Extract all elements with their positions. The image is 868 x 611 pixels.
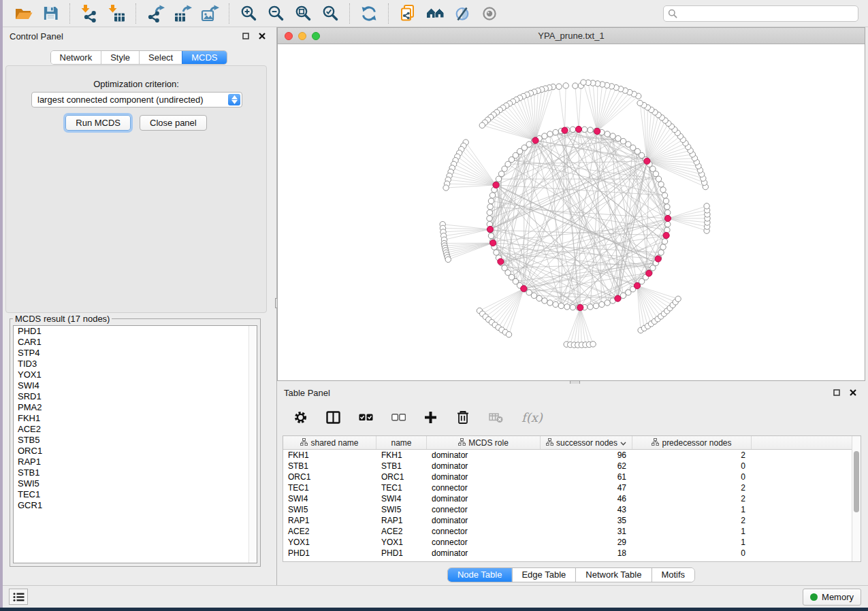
memory-label: Memory [822, 592, 854, 602]
table-row[interactable]: PHD1PHD1dominator180 [283, 548, 861, 559]
mcds-result-item[interactable]: PHD1 [14, 326, 257, 337]
mcds-list-scrollbar[interactable] [248, 326, 257, 563]
tab-node-table[interactable]: Node Table [448, 568, 512, 582]
table-row[interactable]: YOX1YOX1connector291 [283, 537, 861, 548]
mcds-result-item[interactable]: TID3 [14, 359, 257, 369]
mcds-result-item[interactable]: CAR1 [14, 337, 257, 348]
mcds-result-item[interactable]: SWI4 [14, 380, 257, 391]
toolbar-separator [135, 3, 136, 24]
table-toolbar: f(x) [277, 401, 543, 433]
column-header-filler [752, 436, 861, 449]
tab-network-table[interactable]: Network Table [575, 568, 651, 582]
tab-network[interactable]: Network [50, 51, 101, 64]
zoom-out-button[interactable] [266, 3, 286, 24]
delete-column-icon[interactable] [455, 410, 470, 425]
memory-button[interactable]: Memory [803, 589, 861, 606]
table-row[interactable]: STB1STB1dominator620 [283, 461, 861, 472]
column-header-successor-nodes[interactable]: successor nodes [541, 436, 632, 449]
export-image-icon [201, 5, 219, 22]
close-panel-icon[interactable] [257, 31, 268, 42]
zoom-fit-button[interactable] [293, 3, 313, 24]
network-view-window: YPA_prune.txt_1 [277, 27, 865, 381]
import-table-button[interactable] [106, 3, 127, 24]
export-image-button[interactable] [199, 3, 220, 24]
float-panel-icon[interactable] [240, 31, 251, 42]
houses-icon [426, 5, 445, 22]
mcds-result-item[interactable]: SWI5 [14, 478, 257, 489]
network-window-title: YPA_prune.txt_1 [278, 31, 865, 41]
table-scrollbar-thumb[interactable] [854, 451, 859, 512]
mcds-result-item[interactable]: YOX1 [14, 369, 257, 380]
clear-checkboxes-icon[interactable] [391, 414, 406, 421]
mcds-result-item[interactable]: TEC1 [14, 489, 257, 500]
column-header-shared-name[interactable]: shared name [283, 436, 376, 449]
control-panel-title: Control Panel [10, 31, 63, 42]
table-row[interactable]: TEC1TEC1connector472 [283, 482, 861, 493]
close-panel-icon[interactable] [848, 387, 858, 398]
search-box [663, 5, 858, 22]
select-all-checkboxes-icon[interactable] [359, 414, 373, 421]
column-header-name[interactable]: name [376, 436, 427, 449]
mcds-result-item[interactable]: GCR1 [14, 500, 257, 511]
run-mcds-button[interactable]: Run MCDS [65, 115, 131, 131]
table-scrollbar[interactable] [852, 436, 861, 561]
optimization-criterion-select[interactable]: largest connected component (undirected) [31, 92, 242, 108]
control-panel-tabs: NetworkStyleSelectMCDS [50, 50, 227, 65]
export-network-button[interactable] [145, 3, 165, 24]
mcds-result-group: MCDS result (17 nodes) PHD1CAR1STP4TID3Y… [10, 314, 261, 567]
table-row[interactable]: SWI5SWI5connector431 [283, 504, 861, 515]
delete-table-icon[interactable] [489, 411, 503, 423]
table-row[interactable]: ACE2ACE2connector311 [283, 526, 861, 537]
zoom-in-button[interactable] [238, 3, 259, 24]
table-row[interactable]: RAP1RAP1dominator352 [283, 515, 861, 526]
function-builder-icon[interactable]: f(x) [521, 410, 543, 425]
refresh-button[interactable] [359, 3, 379, 24]
export-table-button[interactable] [172, 3, 193, 24]
hide-graphics-details-icon [453, 5, 471, 22]
mcds-result-item[interactable]: STP4 [14, 348, 257, 359]
tab-select[interactable]: Select [139, 51, 182, 64]
network-window-titlebar: YPA_prune.txt_1 [278, 28, 865, 44]
split-columns-icon[interactable] [326, 411, 340, 424]
export-table-icon [174, 5, 192, 22]
add-column-icon[interactable] [424, 411, 437, 424]
tab-mcds[interactable]: MCDS [182, 51, 226, 64]
network-canvas[interactable] [278, 44, 865, 380]
table-row[interactable]: ORC1ORC1dominator610 [283, 472, 861, 482]
tab-style[interactable]: Style [101, 51, 139, 64]
optimization-criterion-value: largest connected component (undirected) [37, 95, 204, 105]
share-document-button[interactable] [398, 3, 418, 24]
network-home-button[interactable] [425, 3, 445, 24]
table-row[interactable]: SWI4SWI4dominator462 [283, 493, 861, 504]
table-panel: Table Panel [277, 384, 865, 585]
table-header-row: shared namenameMCDS rolesuccessor nodesp… [283, 436, 861, 450]
zoom-selected-button[interactable] [320, 3, 340, 24]
mcds-result-item[interactable]: FKH1 [14, 413, 257, 424]
tab-edge-table[interactable]: Edge Table [511, 568, 575, 582]
import-network-button[interactable] [79, 3, 99, 24]
toolbar-separator [388, 3, 389, 24]
task-history-button[interactable] [9, 589, 28, 605]
tab-motifs[interactable]: Motifs [651, 568, 694, 582]
mcds-result-item[interactable]: RAP1 [14, 457, 257, 467]
birds-eye-view-button[interactable] [479, 3, 500, 24]
open-folder-icon [14, 5, 33, 22]
column-header-MCDS-role[interactable]: MCDS role [427, 436, 541, 449]
table-row[interactable]: FKH1FKH1dominator962 [283, 450, 861, 461]
mcds-result-item[interactable]: ORC1 [14, 446, 257, 457]
search-input[interactable] [677, 8, 854, 18]
mcds-result-item[interactable]: SRD1 [14, 391, 257, 402]
import-table-icon [108, 5, 125, 22]
mcds-result-item[interactable]: PMA2 [14, 402, 257, 413]
mcds-result-item[interactable]: ACE2 [14, 424, 257, 435]
open-file-button[interactable] [13, 3, 33, 24]
mcds-result-item[interactable]: STB1 [14, 467, 257, 478]
column-header-predecessor-nodes[interactable]: predecessor nodes [632, 436, 752, 449]
hierarchy-icon [546, 438, 553, 448]
float-panel-icon[interactable] [831, 387, 842, 398]
gear-icon[interactable] [293, 410, 308, 425]
save-session-button[interactable] [40, 3, 61, 24]
close-panel-button[interactable]: Close panel [140, 115, 207, 131]
hide-graphics-details-button[interactable] [452, 3, 472, 24]
mcds-result-item[interactable]: STB5 [14, 435, 257, 446]
